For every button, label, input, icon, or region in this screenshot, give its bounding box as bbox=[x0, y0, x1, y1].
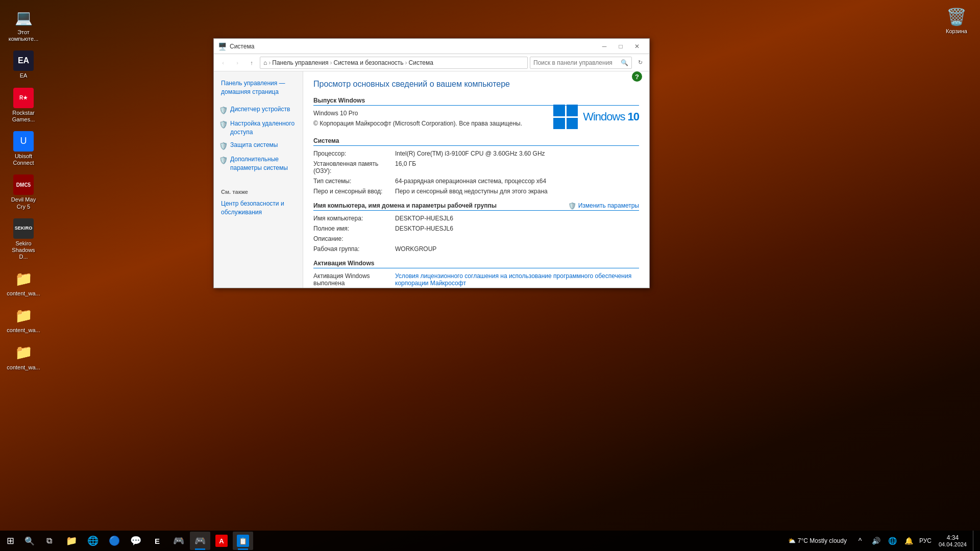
sidebar-device-manager[interactable]: 🛡️ Диспетчер устройств bbox=[214, 103, 303, 118]
desktop-icon-this-pc[interactable]: 💻 Этот компьюте... bbox=[5, 5, 42, 44]
tray-speaker-button[interactable]: 🔊 bbox=[869, 531, 884, 551]
sidebar-security-center[interactable]: Центр безопасности и обслуживания bbox=[214, 197, 303, 219]
steam2-icon: 🎮 bbox=[194, 535, 206, 546]
up-button[interactable]: ↑ bbox=[246, 57, 258, 69]
taskbar-app-epic[interactable]: E bbox=[147, 532, 167, 550]
tray-weather[interactable]: ⛅ 7°C Mostly cloudy bbox=[784, 531, 851, 551]
desktop-icon-ubisoft[interactable]: U Ubisoft Connect bbox=[5, 129, 42, 168]
breadcrumb-system: Система bbox=[409, 59, 433, 66]
start-button[interactable]: ⊞ bbox=[0, 531, 20, 551]
taskbar-apps: 📁 🌐 🔵 💬 E 🎮 🎮 A 📋 bbox=[59, 531, 780, 551]
tray-clock[interactable]: 4:34 04.04.2024 bbox=[935, 531, 971, 551]
taskbar: ⊞ 🔍 ⧉ 📁 🌐 🔵 💬 E 🎮 🎮 A bbox=[0, 531, 980, 551]
back-button[interactable]: ‹ bbox=[217, 57, 229, 69]
taskbar-app-explorer[interactable]: 📁 bbox=[61, 532, 82, 550]
tray-date: 04.04.2024 bbox=[939, 541, 967, 547]
minimize-button[interactable]: ─ bbox=[596, 39, 612, 54]
taskbar-app-edge[interactable]: 🌐 bbox=[83, 532, 103, 550]
fullname-value: DESKTOP-HUESJL6 bbox=[395, 225, 639, 232]
windows-edition-section: Выпуск Windows Windows 10 Windows 10 Pro bbox=[313, 97, 639, 130]
ram-row: Установленная память (ОЗУ): 16,0 ГБ bbox=[313, 160, 639, 174]
desktop-icon-ea[interactable]: EA EA bbox=[5, 48, 42, 81]
computer-name-row: Имя компьютера: DESKTOP-HUESJL6 bbox=[313, 215, 639, 222]
sidebar-advanced-params[interactable]: 🛡️ Дополнительные параметры системы bbox=[214, 153, 303, 174]
weather-icon: ⛅ bbox=[788, 537, 796, 544]
taskbar-app-steam2[interactable]: 🎮 bbox=[190, 532, 210, 550]
help-button[interactable]: ? bbox=[632, 71, 642, 82]
taskbar-search-button[interactable]: 🔍 bbox=[20, 531, 39, 551]
system-section-header: Система bbox=[313, 137, 639, 146]
desc-label: Описание: bbox=[313, 235, 395, 242]
windows-copyright-value: © Корпорация Майкрософт (Microsoft Corpo… bbox=[313, 120, 553, 127]
desktop-icon-dmc5[interactable]: DMC5 Devil May Cry 5 bbox=[5, 172, 42, 212]
system-window: 🖥️ Система ─ □ ✕ ‹ › ↑ ⌂ › Панель управл… bbox=[213, 38, 650, 288]
sidebar-remote-access[interactable]: 🛡️ Настройка удаленного доступа bbox=[214, 117, 303, 139]
start-icon: ⊞ bbox=[7, 535, 14, 546]
breadcrumb[interactable]: ⌂ › Панель управления › Система и безопа… bbox=[260, 57, 528, 69]
search-box[interactable]: 🔍 bbox=[530, 57, 632, 69]
shield-icon-green-2: 🛡️ bbox=[219, 156, 228, 166]
dmc5-label: Devil May Cry 5 bbox=[7, 196, 40, 210]
explorer-icon: 📁 bbox=[66, 535, 77, 546]
sidebar-system-protection[interactable]: 🛡️ Защита системы bbox=[214, 139, 303, 154]
close-button[interactable]: ✕ bbox=[629, 39, 645, 54]
window-body: Панель управления — домашняя страница 🛡️… bbox=[214, 71, 649, 288]
workgroup-label: Рабочая группа: bbox=[313, 245, 395, 253]
tray-notifications-button[interactable]: 🔔 bbox=[902, 531, 916, 551]
sidebar-advanced-label: Дополнительные параметры системы bbox=[230, 155, 299, 172]
network-icon: 🌐 bbox=[888, 537, 897, 545]
desktop-icon-content1[interactable]: 📁 content_wa... bbox=[5, 266, 42, 299]
desktop-icon-content3[interactable]: 📁 content_wa... bbox=[5, 340, 42, 373]
type-row: Тип системы: 64-разрядная операционная с… bbox=[313, 178, 639, 185]
processor-row: Процессор: Intel(R) Core(TM) i3-9100F CP… bbox=[313, 150, 639, 157]
desktop-icon-content2[interactable]: 📁 content_wa... bbox=[5, 303, 42, 336]
taskbar-app-discord[interactable]: 💬 bbox=[126, 532, 146, 550]
ubisoft-icon: U bbox=[13, 131, 34, 152]
tray-network-button[interactable]: 🌐 bbox=[886, 531, 900, 551]
type-label: Тип системы: bbox=[313, 178, 395, 185]
taskbar-app-a[interactable]: A bbox=[211, 532, 232, 550]
computer-name-value: DESKTOP-HUESJL6 bbox=[395, 215, 639, 222]
sekiro-icon: SEKIRO bbox=[13, 218, 34, 239]
sidebar-device-manager-label: Диспетчер устройств bbox=[230, 105, 290, 114]
content1-icon: 📁 bbox=[13, 268, 34, 289]
task-view-button[interactable]: ⧉ bbox=[39, 531, 59, 551]
desktop-icon-sekiro[interactable]: SEKIRO Sekiro Shadows D... bbox=[5, 216, 42, 263]
window-addressbar: ‹ › ↑ ⌂ › Панель управления › Система и … bbox=[214, 54, 649, 71]
fullname-label: Полное имя: bbox=[313, 225, 395, 232]
taskbar-app-chrome[interactable]: 🔵 bbox=[104, 532, 125, 550]
weather-text: 7°C Mostly cloudy bbox=[798, 537, 847, 544]
edge-icon: 🌐 bbox=[87, 535, 99, 546]
sidebar-home-link[interactable]: Панель управления — домашняя страница bbox=[214, 77, 303, 99]
ea-label: EA bbox=[20, 72, 28, 79]
tray-language[interactable]: РУС bbox=[918, 531, 933, 551]
tray-expand-button[interactable]: ^ bbox=[853, 531, 867, 551]
desktop-icon-rockstar[interactable]: R★ Rockstar Games... bbox=[5, 86, 42, 125]
desktop-icon-area: 💻 Этот компьюте... EA EA R★ Rockstar Gam… bbox=[0, 0, 47, 378]
ubisoft-label: Ubisoft Connect bbox=[7, 153, 40, 166]
tray-time: 4:34 bbox=[947, 534, 959, 541]
recycle-bin[interactable]: 🗑️ Корзина bbox=[938, 5, 975, 36]
app-b-icon: 📋 bbox=[237, 535, 249, 547]
change-params-btn[interactable]: 🛡️ Изменить параметры bbox=[568, 202, 639, 210]
steam1-icon: 🎮 bbox=[173, 535, 184, 546]
search-input[interactable] bbox=[533, 59, 619, 66]
language-label: РУС bbox=[919, 537, 932, 544]
maximize-button[interactable]: □ bbox=[612, 39, 629, 54]
recycle-bin-icon: 🗑️ bbox=[946, 7, 967, 27]
activation-link: Условия лицензионного соглашения на испо… bbox=[395, 272, 639, 287]
shield-change-icon: 🛡️ bbox=[568, 202, 576, 210]
forward-button[interactable]: › bbox=[231, 57, 243, 69]
ram-value: 16,0 ГБ bbox=[395, 160, 639, 167]
taskbar-app-b[interactable]: 📋 bbox=[233, 532, 253, 550]
license-link[interactable]: Условия лицензионного соглашения на испо… bbox=[395, 272, 631, 287]
chrome-icon: 🔵 bbox=[109, 535, 120, 546]
taskbar-app-steam1[interactable]: 🎮 bbox=[168, 532, 189, 550]
show-desktop-button[interactable] bbox=[973, 531, 976, 551]
windows-name-value: Windows 10 Pro bbox=[313, 110, 553, 117]
window-controls: ─ □ ✕ bbox=[596, 39, 645, 54]
refresh-button[interactable]: ↻ bbox=[634, 57, 646, 69]
window-titlebar: 🖥️ Система ─ □ ✕ bbox=[214, 39, 649, 54]
system-tray: ⛅ 7°C Mostly cloudy ^ 🔊 🌐 🔔 РУС 4:34 04.… bbox=[780, 531, 980, 551]
content-title: Просмотр основных сведений о вашем компь… bbox=[313, 80, 639, 91]
